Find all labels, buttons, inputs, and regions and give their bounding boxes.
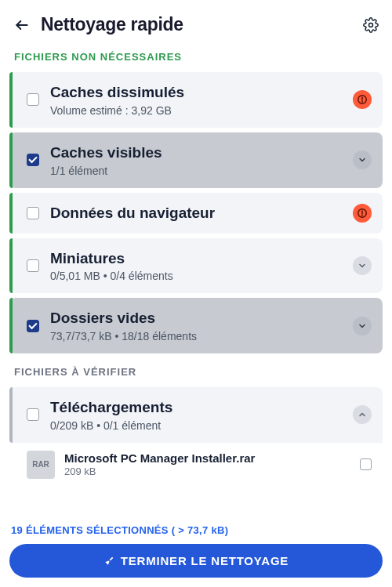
accent-bar xyxy=(9,387,13,443)
checkbox-empty-folders[interactable] xyxy=(27,320,39,332)
checkbox-visible-caches[interactable] xyxy=(27,154,39,166)
chevron-down-icon[interactable] xyxy=(353,317,372,335)
warning-icon[interactable] xyxy=(353,90,372,109)
card-subtitle: 0/5,01 MB • 0/4 éléments xyxy=(50,270,353,282)
card-hidden-caches[interactable]: Caches dissimulés Volume estimé : 3,92 G… xyxy=(9,72,383,128)
section-verify-title: FICHIERS À VÉRIFIER xyxy=(0,358,392,387)
card-text: Caches visibles 1/1 élément xyxy=(50,143,353,177)
back-icon[interactable] xyxy=(13,16,31,34)
checkbox-downloads[interactable] xyxy=(27,408,39,421)
card-text: Dossiers vides 73,7/73,7 kB • 18/18 élém… xyxy=(50,309,353,342)
card-text: Miniatures 0/5,01 MB • 0/4 éléments xyxy=(50,249,353,283)
card-visible-caches[interactable]: Caches visibles 1/1 élément xyxy=(9,132,383,188)
file-size: 209 kB xyxy=(64,466,352,477)
card-title: Dossiers vides xyxy=(50,309,353,328)
broom-icon xyxy=(103,556,114,567)
chevron-up-icon[interactable] xyxy=(353,405,372,424)
card-empty-folders[interactable]: Dossiers vides 73,7/73,7 kB • 18/18 élém… xyxy=(9,298,383,353)
file-thumb-rar: RAR xyxy=(27,451,55,479)
chevron-down-icon[interactable] xyxy=(353,256,372,275)
warning-icon[interactable] xyxy=(353,204,372,223)
card-subtitle: 0/209 kB • 0/1 élément xyxy=(50,419,353,432)
checkbox-hidden-caches[interactable] xyxy=(27,93,39,106)
page-title: Nettoyage rapide xyxy=(41,14,362,35)
card-title: Caches dissimulés xyxy=(50,83,353,102)
card-subtitle: 1/1 élément xyxy=(50,165,353,177)
header: Nettoyage rapide xyxy=(0,0,392,43)
checkbox-browser-data[interactable] xyxy=(27,207,39,219)
accent-bar xyxy=(9,193,13,234)
card-title: Données du navigateur xyxy=(50,204,353,223)
card-text: Téléchargements 0/209 kB • 0/1 élément xyxy=(50,398,353,432)
card-thumbnails[interactable]: Miniatures 0/5,01 MB • 0/4 éléments xyxy=(9,238,383,294)
card-title: Téléchargements xyxy=(50,398,353,417)
file-info: Microsoft PC Manager Installer.rar 209 k… xyxy=(64,451,352,477)
accent-bar xyxy=(9,132,13,188)
gear-icon[interactable] xyxy=(362,16,379,34)
checkbox-thumbnails[interactable] xyxy=(27,259,39,272)
selection-summary: 19 ÉLÉMENTS SÉLECTIONNÉS ( > 73,7 kB) xyxy=(9,520,383,544)
card-text: Caches dissimulés Volume estimé : 3,92 G… xyxy=(50,83,353,117)
card-browser-data[interactable]: Données du navigateur xyxy=(9,193,383,234)
footer: 19 ÉLÉMENTS SÉLECTIONNÉS ( > 73,7 kB) TE… xyxy=(0,520,392,587)
card-title: Caches visibles xyxy=(50,143,353,162)
svg-point-1 xyxy=(369,23,373,27)
card-subtitle: 73,7/73,7 kB • 18/18 éléments xyxy=(50,330,353,342)
accent-bar xyxy=(9,298,13,353)
svg-point-4 xyxy=(362,102,363,103)
accent-bar xyxy=(9,72,13,128)
file-row[interactable]: RAR Microsoft PC Manager Installer.rar 2… xyxy=(9,443,383,487)
card-subtitle: Volume estimé : 3,92 GB xyxy=(50,104,353,117)
card-downloads[interactable]: Téléchargements 0/209 kB • 0/1 élément xyxy=(9,387,383,443)
cta-label: TERMINER LE NETTOYAGE xyxy=(121,554,289,567)
accent-bar xyxy=(9,238,13,294)
file-name: Microsoft PC Manager Installer.rar xyxy=(64,451,352,465)
chevron-down-icon[interactable] xyxy=(353,150,372,169)
card-title: Miniatures xyxy=(50,249,353,268)
card-text: Données du navigateur xyxy=(50,204,353,223)
section-unneeded-title: FICHIERS NON NÉCESSAIRES xyxy=(0,43,392,72)
checkbox-file-rar[interactable] xyxy=(360,458,372,470)
finish-cleanup-button[interactable]: TERMINER LE NETTOYAGE xyxy=(9,544,383,578)
svg-point-7 xyxy=(362,215,363,216)
